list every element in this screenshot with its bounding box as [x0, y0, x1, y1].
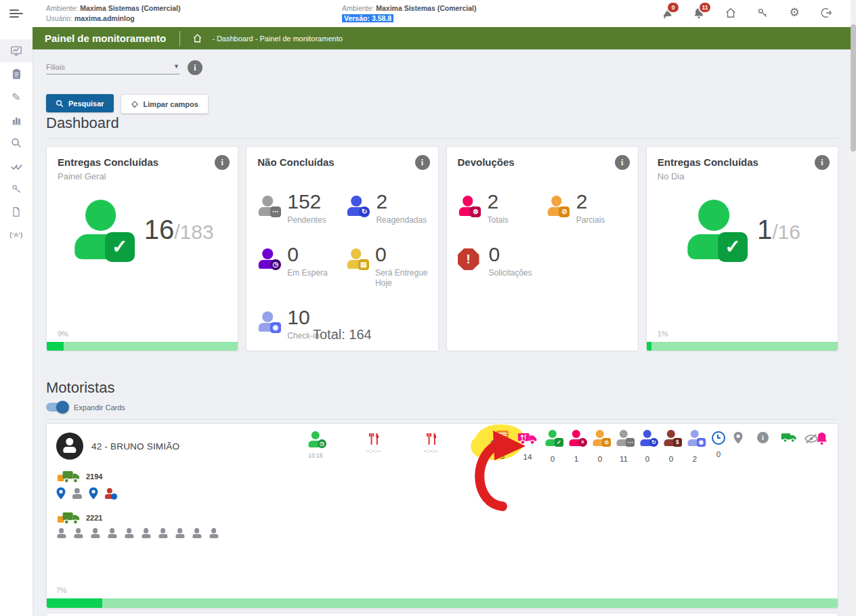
sidebar-item-bar-chart[interactable] [0, 108, 33, 131]
search-icon [56, 100, 64, 108]
versao-highlighted: Versão: 3.58.8 [342, 14, 393, 22]
driver-percent-label: 7% [56, 586, 67, 594]
stat-reagendadas: ↻ 2Reagendadas [346, 192, 431, 225]
megaphone-icon[interactable]: 0 [660, 6, 674, 20]
person-red-icon[interactable] [104, 488, 115, 499]
counter-valores[interactable]: $ 0 [662, 430, 680, 463]
usuario-label: Usuário: [46, 14, 72, 22]
info-icon[interactable]: i [415, 155, 430, 170]
truck-button[interactable] [781, 432, 798, 443]
sidebar-item-clipboard[interactable] [0, 62, 33, 85]
card-title: Entregas Concluídas [58, 156, 238, 168]
map-pin-button[interactable] [733, 432, 751, 444]
person-gray-icon[interactable] [141, 528, 151, 538]
breadcrumb: - Dashboard - Painel de monitoramento [212, 35, 343, 43]
main-content: Filiais ▼ i Pesquisar Limpar campos Dash… [33, 49, 851, 616]
person-gray-icon[interactable] [175, 528, 185, 538]
alert-octagon-icon: ! [458, 248, 479, 270]
total-count: /16 [772, 221, 800, 244]
card-devolucoes: Devoluções i ⊗ 2Totais ⊘ 2Parciais ! 0So… [446, 146, 639, 351]
avatar[interactable] [56, 433, 83, 460]
utensils-icon [368, 433, 379, 445]
person-gray-icon[interactable] [158, 528, 168, 538]
person-block-icon: ⊘ [592, 430, 608, 446]
sidebar-item-document[interactable] [0, 200, 33, 223]
completed-count: 16 [144, 215, 175, 245]
next-driver-card-partial [46, 613, 838, 616]
sidebar-item-antenna[interactable]: ('A') [0, 223, 33, 246]
toggle-label: Expandir Cards [74, 403, 125, 412]
top-header: Ambiente: Maxima Sistemas (Comercial) Us… [0, 0, 856, 27]
filiais-select[interactable]: Filiais ▼ [46, 63, 179, 74]
completed-count: 1 [757, 215, 772, 245]
logout-icon[interactable] [819, 6, 833, 20]
dashboard-heading: Dashboard [46, 114, 119, 132]
person-gray-icon[interactable] [192, 528, 202, 538]
person-gray-icon[interactable] [90, 528, 100, 538]
truck-green-icon [781, 432, 797, 443]
vehicle-stops [56, 487, 115, 500]
pin-blue-icon[interactable] [89, 487, 98, 500]
card-nao-concluidas: Não Concluídas i ⋯ 152Pendentes ↻ 2Reage… [246, 146, 438, 351]
counter-parciais[interactable]: ⊘ 0 [591, 430, 609, 463]
stat-totais: ⊗ 2Totais [458, 192, 542, 225]
person-wait-icon: ◷ [257, 248, 278, 269]
counter-devolucoes[interactable]: × 1 [568, 430, 585, 463]
counter-clock[interactable]: 0 [710, 430, 727, 458]
sidebar-item-pencil[interactable]: ✎ [0, 85, 33, 108]
person-gray-icon[interactable] [56, 528, 66, 538]
info-button[interactable]: i [757, 432, 775, 443]
eraser-icon [131, 100, 139, 108]
sidebar-item-double-check[interactable] [0, 154, 33, 177]
person-gray-icon[interactable] [107, 528, 117, 538]
gear-icon[interactable]: ⚙ [788, 6, 801, 20]
environment-info-center: Ambiente: Maxima Sistemas (Comercial) Ve… [342, 3, 476, 24]
sidebar-item-search[interactable] [0, 131, 33, 154]
breadcrumb-bar: Painel de monitoramento - Dashboard - Pa… [33, 27, 851, 49]
menu-icon[interactable] [9, 7, 24, 18]
stat-sera-entregue-hoje: ▤ 0Será Entregue Hoje [346, 244, 431, 288]
info-icon[interactable]: i [815, 155, 830, 170]
limpar-campos-button[interactable]: Limpar campos [121, 94, 209, 114]
environment-info-left: Ambiente: Maxima Sistemas (Comercial) Us… [46, 3, 180, 24]
info-icon[interactable]: i [615, 155, 630, 170]
pesquisar-button[interactable]: Pesquisar [46, 94, 114, 112]
key-icon[interactable] [756, 6, 769, 20]
percent-label: 9% [58, 330, 68, 338]
card-subtitle: No Dia [658, 171, 838, 181]
counter-pendentes[interactable]: ⋯ 11 [615, 430, 633, 463]
person-gray-icon[interactable] [124, 528, 134, 538]
pin-blue-icon[interactable] [56, 487, 66, 500]
counter-concluidas[interactable]: ✓ 0 [544, 430, 561, 463]
counter-invoices[interactable]: 5 [494, 430, 511, 460]
person-gray-icon[interactable] [73, 528, 83, 538]
scrollbar-thumb[interactable] [851, 24, 856, 152]
counter-reagendadas[interactable]: ↻ 0 [639, 430, 656, 463]
counter-truck[interactable]: 14 [517, 430, 538, 461]
scrollbar[interactable] [851, 0, 856, 616]
counter-checkin[interactable]: ◉ 2 [686, 430, 704, 463]
info-icon[interactable]: i [188, 60, 202, 75]
vehicle-row[interactable]: 2221 [58, 510, 102, 525]
percent-label: 1% [658, 330, 668, 338]
sidebar-item-monitoramento[interactable] [0, 39, 33, 62]
person-reschedule-icon: ↻ [346, 196, 366, 216]
check-icon: ✓ [105, 232, 135, 262]
person-check-icon: ✓ [71, 200, 131, 259]
filiais-label: Filiais [46, 63, 65, 71]
truck-cargo-icon [58, 510, 81, 525]
home-icon[interactable] [192, 33, 202, 43]
clock-icon [712, 431, 725, 445]
person-cancel-icon: ⊗ [458, 196, 478, 216]
person-gray-icon[interactable] [209, 528, 219, 538]
vehicle-row[interactable]: 2194 [58, 468, 102, 484]
person-gray-icon[interactable] [72, 488, 83, 499]
sidebar-item-key[interactable] [0, 177, 33, 200]
home-icon[interactable] [724, 6, 737, 20]
expandir-cards-toggle[interactable] [46, 403, 68, 412]
bell-icon[interactable]: 11 [692, 6, 706, 20]
time-lunch-start: --:--:-- [354, 431, 393, 459]
truck-pink-icon [517, 431, 538, 447]
visibility-alert-button[interactable] [805, 431, 828, 445]
ambiente-value: Maxima Sistemas (Comercial) [376, 4, 476, 12]
